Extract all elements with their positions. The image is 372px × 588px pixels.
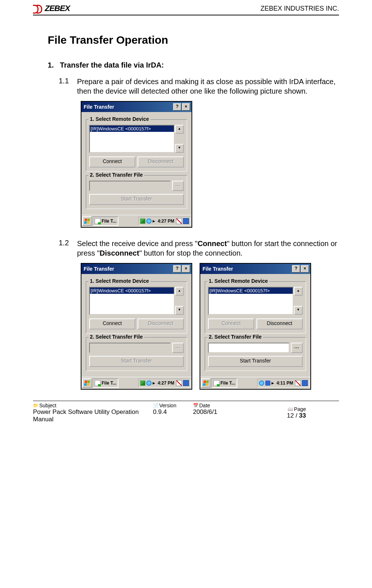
browse-button: ... [172, 181, 184, 191]
taskbar-app[interactable]: File T... [92, 216, 118, 226]
scroll-down-icon[interactable]: ▼ [175, 306, 184, 315]
help-button[interactable]: ? [173, 265, 181, 273]
start-button[interactable] [82, 216, 92, 226]
clock: 4:11 PM [276, 380, 294, 386]
footer-page: 12 / 33 [274, 412, 306, 419]
browse-button[interactable]: ... [291, 343, 303, 353]
disconnect-button: Disconnect [138, 318, 184, 329]
close-button[interactable]: × [301, 265, 309, 273]
taskbar: File T... ▶ 4:27 PM [81, 377, 192, 389]
clock: 4:27 PM [157, 380, 175, 386]
device-item[interactable]: [IR]WindowsCE <0000157f> [209, 288, 293, 294]
calendar-icon: 📅 [193, 403, 198, 408]
window-title: File Transfer [83, 266, 172, 272]
step-1: 1. Transfer the data file via IrDA: [48, 61, 339, 69]
tray-icon[interactable] [259, 380, 264, 386]
file-path-input [89, 181, 171, 191]
device-item[interactable]: [IR]WindowsCE <0000157f> [90, 288, 174, 294]
page-header: ZEBEX ZEBEX INDUSTRIES INC. [33, 4, 339, 15]
start-button[interactable] [201, 378, 211, 388]
logo-text: ZEBEX [45, 4, 70, 13]
tray-icon[interactable] [146, 380, 152, 386]
close-button[interactable]: × [182, 103, 190, 111]
clock: 4:27 PM [157, 219, 175, 224]
windows-icon [84, 219, 90, 224]
tray-icon[interactable] [176, 380, 182, 386]
taskbar-app[interactable]: File T... [92, 378, 118, 388]
taskbar-app[interactable]: File T... [211, 378, 237, 388]
screenshot-3: File Transfer ? × 1. Select Remote Devic… [200, 263, 311, 390]
screenshot-2: File Transfer ? × 1. Select Remote Devic… [81, 263, 192, 390]
device-list[interactable]: [IR]WindowsCE <0000157f> [208, 287, 293, 315]
system-tray: ▶ 4:11 PM [257, 379, 310, 387]
group-transfer-file: 2. Select Transfer File ... Start Transf… [86, 175, 187, 209]
start-transfer-button: Start Transfer [89, 356, 184, 367]
footer-date: 2008/6/1 [193, 408, 241, 416]
show-desktop-icon[interactable] [302, 380, 308, 386]
clock-arrow-icon: ▶ [153, 219, 155, 223]
document-icon: 📄 [153, 403, 158, 408]
substep-1-2: 1.2 Select the receive device and press … [59, 239, 339, 258]
group-remote-device: 1. Select Remote Device [IR]WindowsCE <0… [86, 119, 187, 172]
connect-button: Connect [208, 318, 254, 329]
folder-icon: 📁 [33, 403, 39, 408]
show-desktop-icon[interactable] [183, 380, 189, 386]
group-remote-device: 1. Select Remote Device [IR]WindowsCE <0… [86, 281, 187, 333]
clock-arrow-icon: ▶ [271, 381, 274, 385]
help-button[interactable]: ? [292, 265, 300, 273]
tray-icon[interactable] [295, 380, 301, 386]
show-desktop-icon[interactable] [183, 218, 189, 224]
clock-arrow-icon: ▶ [153, 381, 155, 385]
group-transfer-file: 2. Select Transfer File ... Start Transf… [86, 337, 187, 371]
book-icon: 📖 [288, 407, 293, 412]
start-transfer-button: Start Transfer [89, 194, 184, 205]
windows-icon [84, 380, 90, 386]
window-title: File Transfer [83, 104, 172, 110]
help-button[interactable]: ? [173, 103, 181, 111]
footer-subject: Power Pack Software Utility Operation Ma… [33, 408, 153, 423]
taskbar: File T... ▶ 4:11 PM [200, 377, 310, 389]
file-path-input [89, 343, 171, 353]
titlebar: File Transfer ? × [81, 102, 192, 112]
titlebar: File Transfer ? × [200, 264, 310, 274]
footer-version: 0.9.4 [153, 408, 193, 416]
start-button[interactable] [82, 378, 92, 388]
scroll-up-icon[interactable]: ▲ [175, 125, 184, 134]
tray-icon[interactable] [176, 218, 182, 224]
device-list[interactable]: [IR]WindowsCE <0000157f> [89, 125, 175, 153]
browse-button: ... [172, 343, 184, 353]
page-footer: 📁Subject Power Pack Software Utility Ope… [33, 401, 339, 427]
tray-icon[interactable] [140, 219, 145, 224]
system-tray: ▶ 4:27 PM [138, 217, 191, 226]
substep-1-1: 1.1 Prepare a pair of devices and making… [59, 77, 339, 96]
group-remote-device: 1. Select Remote Device [IR]WindowsCE <0… [205, 281, 306, 333]
scroll-up-icon[interactable]: ▲ [294, 287, 303, 296]
scroll-down-icon[interactable]: ▼ [294, 306, 303, 315]
connect-button[interactable]: Connect [89, 156, 135, 167]
connect-button[interactable]: Connect [89, 318, 135, 329]
system-tray: ▶ 4:27 PM [138, 379, 191, 387]
logo: ZEBEX [33, 4, 70, 13]
app-icon [95, 218, 101, 224]
app-icon [214, 380, 219, 386]
close-button[interactable]: × [182, 265, 190, 273]
disconnect-button: Disconnect [138, 156, 184, 167]
tray-icon[interactable] [265, 380, 270, 386]
tray-icon[interactable] [140, 380, 145, 386]
app-icon [95, 380, 101, 386]
file-path-input[interactable] [208, 343, 289, 353]
page-title: File Transfer Operation [48, 34, 339, 46]
logo-icon [33, 5, 43, 12]
screenshot-1: File Transfer ? × 1. Select Remote Devic… [81, 101, 192, 228]
titlebar: File Transfer ? × [81, 264, 192, 274]
scroll-up-icon[interactable]: ▲ [175, 287, 184, 296]
scroll-down-icon[interactable]: ▼ [175, 144, 184, 153]
tray-icon[interactable] [146, 219, 152, 224]
device-item[interactable]: [IR]WindowsCE <0000157f> [90, 126, 174, 132]
taskbar: File T... ▶ 4:27 PM [81, 215, 192, 227]
device-list[interactable]: [IR]WindowsCE <0000157f> [89, 287, 175, 315]
disconnect-button[interactable]: Disconnect [256, 318, 303, 329]
company-name: ZEBEX INDUSTRIES INC. [260, 5, 339, 12]
windows-icon [203, 380, 209, 386]
start-transfer-button[interactable]: Start Transfer [208, 356, 303, 367]
